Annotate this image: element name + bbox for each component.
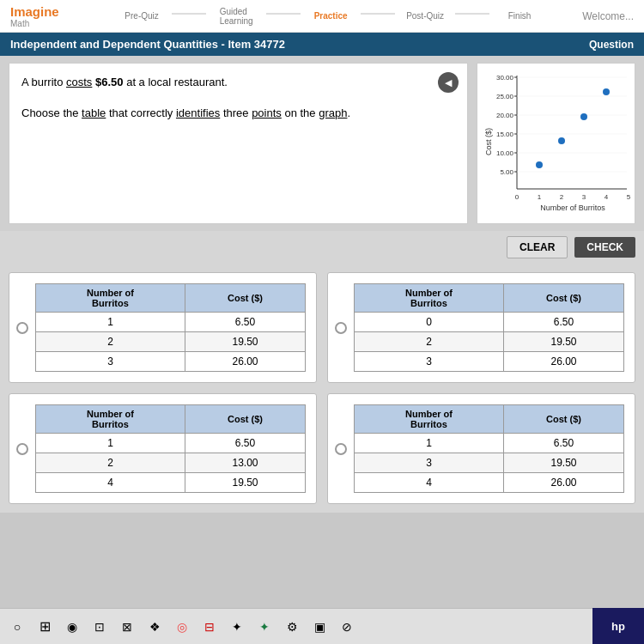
svg-text:1: 1 xyxy=(538,193,542,201)
taskbar: ○ ⊞ ◉ ⊡ ⊠ ❖ ◎ ⊟ ✦ ✦ ⚙ ▣ ⊘ hp xyxy=(0,608,644,644)
option-a-radio[interactable] xyxy=(16,322,28,334)
option-b-table: Number ofBurritos Cost ($) 0 6.50 2 19.5… xyxy=(354,283,624,372)
step-connector-2 xyxy=(266,13,301,15)
nav-step-finish[interactable]: Finish xyxy=(489,11,550,21)
graph-svg: Cost ($) 30.00 25.00 20.00 15.00 10.00 xyxy=(483,69,633,215)
graph-panel: Cost ($) 30.00 25.00 20.00 15.00 10.00 xyxy=(477,63,635,224)
option-d-radio[interactable] xyxy=(335,443,347,455)
nav-step-prequiz[interactable]: Pre-Quiz xyxy=(112,11,172,21)
question-label: Question xyxy=(589,39,634,51)
option-a-table: Number ofBurritos Cost ($) 1 6.50 2 19.5… xyxy=(35,283,306,372)
option-a-card: Number ofBurritos Cost ($) 1 6.50 2 19.5… xyxy=(9,272,317,383)
svg-text:Number of Burritos: Number of Burritos xyxy=(540,204,605,212)
logo-math: Math xyxy=(10,19,79,28)
taskbar-settings-icon[interactable]: ⚙ xyxy=(282,617,302,637)
svg-text:30.00: 30.00 xyxy=(496,74,514,82)
welcome-text: Welcome... xyxy=(582,10,634,22)
audio-button[interactable]: ◀ xyxy=(438,72,459,93)
taskbar-display-icon[interactable]: ▣ xyxy=(309,617,330,637)
option-d-table: Number ofBurritos Cost ($) 1 6.50 3 19.5… xyxy=(354,404,624,493)
step-label-postquiz: Post-Quiz xyxy=(406,11,444,21)
option-d-r1c2: 6.50 xyxy=(503,434,623,453)
logo-imagine: Imagine xyxy=(10,4,79,19)
y-axis-label: Cost ($) xyxy=(484,128,493,155)
check-button[interactable]: CHECK xyxy=(574,237,635,258)
table-row: 3 19.50 xyxy=(355,453,624,473)
table-row: 1 6.50 xyxy=(36,313,306,332)
taskbar-lock-icon[interactable]: ⊠ xyxy=(117,617,137,637)
taskbar-shield-icon[interactable]: ⊘ xyxy=(337,617,357,637)
step-label-practice: Practice xyxy=(314,11,348,21)
option-b-r1c1: 0 xyxy=(355,313,504,332)
option-b-r1c2: 6.50 xyxy=(503,313,623,332)
question-panel: A burrito costs $6.50 at a local restaur… xyxy=(9,63,468,224)
taskbar-apps-icon[interactable]: ❖ xyxy=(144,617,165,637)
nav-step-guided[interactable]: GuidedLearning xyxy=(206,7,266,26)
taskbar-grid-icon[interactable]: ⊞ xyxy=(34,617,55,637)
graph-point-3 xyxy=(580,113,587,120)
nav-step-postquiz[interactable]: Post-Quiz xyxy=(395,11,455,21)
option-d-r2c1: 3 xyxy=(355,453,504,473)
options-grid: Number ofBurritos Cost ($) 1 6.50 2 19.5… xyxy=(0,264,644,513)
option-c-r3c2: 19.50 xyxy=(185,473,305,493)
option-d-r3c1: 4 xyxy=(355,473,504,493)
table-row: 2 19.50 xyxy=(355,332,624,352)
option-c-col2-header: Cost ($) xyxy=(185,405,305,434)
option-c-r3c1: 4 xyxy=(36,473,185,493)
table-row: 2 13.00 xyxy=(36,453,306,473)
svg-text:5.00: 5.00 xyxy=(500,168,513,176)
table-row: 0 6.50 xyxy=(355,313,624,332)
taskbar-excel-icon[interactable]: ✦ xyxy=(254,617,275,637)
table-row: 4 19.50 xyxy=(36,473,306,493)
option-a-r3c2: 26.00 xyxy=(185,352,305,372)
taskbar-circle-icon[interactable]: ○ xyxy=(7,617,27,637)
logo-area: Imagine Math xyxy=(10,4,79,28)
taskbar-doc-icon[interactable]: ⊟ xyxy=(199,617,220,637)
table-row: 1 6.50 xyxy=(36,434,306,453)
taskbar-folder-icon[interactable]: ⊡ xyxy=(89,617,110,637)
option-d-col1-header: Number ofBurritos xyxy=(355,405,504,434)
option-c-r2c2: 13.00 xyxy=(185,453,305,473)
option-d-r2c2: 19.50 xyxy=(503,453,623,473)
option-a-r2c1: 2 xyxy=(36,332,185,352)
table-row: 3 26.00 xyxy=(355,352,624,372)
svg-text:10.00: 10.00 xyxy=(496,149,514,157)
option-c-r1c1: 1 xyxy=(36,434,185,453)
taskbar-chrome-icon[interactable]: ◎ xyxy=(172,617,192,637)
option-b-r3c1: 3 xyxy=(355,352,504,372)
option-b-radio[interactable] xyxy=(335,322,347,334)
option-c-radio[interactable] xyxy=(16,443,28,455)
taskbar-star-icon[interactable]: ✦ xyxy=(227,617,247,637)
step-connector-3 xyxy=(361,13,395,15)
question-area: A burrito costs $6.50 at a local restaur… xyxy=(0,56,644,231)
action-bar: CLEAR CHECK xyxy=(0,231,644,264)
svg-text:0: 0 xyxy=(515,193,519,201)
hp-logo: hp xyxy=(592,608,644,644)
clear-button[interactable]: CLEAR xyxy=(507,236,568,258)
step-label-prequiz: Pre-Quiz xyxy=(125,11,158,21)
option-a-col1-header: Number ofBurritos xyxy=(36,284,185,313)
option-d-card: Number ofBurritos Cost ($) 1 6.50 3 19.5… xyxy=(327,393,635,504)
step-connector-4 xyxy=(455,13,489,15)
option-a-r1c1: 1 xyxy=(36,313,185,332)
svg-text:20.00: 20.00 xyxy=(496,112,514,119)
option-b-card: Number ofBurritos Cost ($) 0 6.50 2 19.5… xyxy=(327,272,635,383)
svg-text:2: 2 xyxy=(560,193,564,201)
taskbar-edge-icon[interactable]: ◉ xyxy=(62,617,82,637)
svg-text:25.00: 25.00 xyxy=(496,93,514,100)
question-line1: A burrito costs $6.50 at a local restaur… xyxy=(21,74,455,92)
header-bar: Independent and Dependent Quantities - I… xyxy=(0,33,644,56)
option-c-table: Number ofBurritos Cost ($) 1 6.50 2 13.0… xyxy=(35,404,306,493)
question-line2: Choose the table that correctly identifi… xyxy=(21,105,455,123)
svg-text:3: 3 xyxy=(582,193,586,201)
option-b-col2-header: Cost ($) xyxy=(503,284,623,313)
option-c-r1c2: 6.50 xyxy=(185,434,305,453)
hp-text: hp xyxy=(611,620,625,633)
table-row: 3 26.00 xyxy=(36,352,306,372)
nav-step-practice[interactable]: Practice xyxy=(301,11,361,21)
option-d-col2-header: Cost ($) xyxy=(503,405,623,434)
page-title: Independent and Dependent Quantities - I… xyxy=(10,38,285,51)
option-b-col1-header: Number ofBurritos xyxy=(355,284,504,313)
graph-point-4 xyxy=(603,88,610,95)
option-a-col2-header: Cost ($) xyxy=(185,284,305,313)
